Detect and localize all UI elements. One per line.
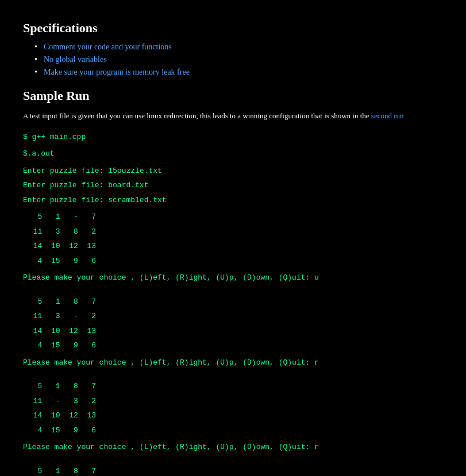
run-command-block: $.a.out [23,148,443,160]
enter-file-3: Enter puzzle file: scrambled.txt [23,195,443,206]
board2-row3: 14 10 12 13 [29,326,443,337]
enter-file-2: Enter puzzle file: board.txt [23,180,443,191]
board1-row1: 5 1 - 7 [29,211,443,223]
board1-row2: 11 3 8 2 [29,226,443,238]
compile-command-block: $ g++ main.cpp [23,131,443,143]
board3-row3: 14 10 12 13 [29,410,443,421]
bullet-item-2: No global variables [34,55,443,64]
specifications-heading: Specifications [23,21,443,36]
prompt-3: Please make your choice , (L)eft, (R)igh… [23,442,443,453]
enter-file-1: Enter puzzle file: 15puzzle.txt [23,165,443,177]
board3-row4: 4 15 9 6 [29,425,443,436]
board-4: 5 1 8 7 - 11 3 2 14 10 12 13 4 15 9 6 [23,466,443,476]
board3-row1: 5 1 8 7 [29,381,443,392]
board-1: 5 1 - 7 11 3 8 2 14 10 12 13 4 15 9 6 [23,211,443,266]
board2-row4: 4 15 9 6 [29,340,443,351]
bullet-text-1: Comment your code and your functions [44,42,172,51]
run-command: $.a.out [23,148,443,160]
bullet-item-3: Make sure your program is memory leak fr… [34,68,443,77]
second-run-link: second run [371,111,404,120]
board1-row3: 14 10 12 13 [29,241,443,252]
specifications-list: Comment your code and your functions No … [34,42,443,77]
enter-files-block: Enter puzzle file: 15puzzle.txt Enter pu… [23,165,443,206]
bullet-item-1: Comment your code and your functions [34,42,443,52]
board4-row1: 5 1 8 7 [29,466,443,476]
board2-row1: 5 1 8 7 [29,296,443,308]
description-paragraph: A test input file is given that you can … [23,110,443,122]
bullet-text-2: No global variables [44,55,107,64]
bullet-text-3: Make sure your program is memory leak fr… [44,68,190,76]
board-2: 5 1 8 7 11 3 - 2 14 10 12 13 4 15 9 6 [23,296,443,351]
compile-command: $ g++ main.cpp [23,131,443,143]
board2-row2: 11 3 - 2 [29,311,443,322]
prompt-2: Please make your choice , (L)eft, (R)igh… [23,357,443,369]
prompt-1: Please make your choice , (L)eft, (R)igh… [23,272,443,284]
board-3: 5 1 8 7 11 - 3 2 14 10 12 13 4 15 9 6 [23,381,443,436]
board1-row4: 4 15 9 6 [29,256,443,267]
sample-run-heading: Sample Run [23,88,443,103]
board3-row2: 11 - 3 2 [29,396,443,407]
